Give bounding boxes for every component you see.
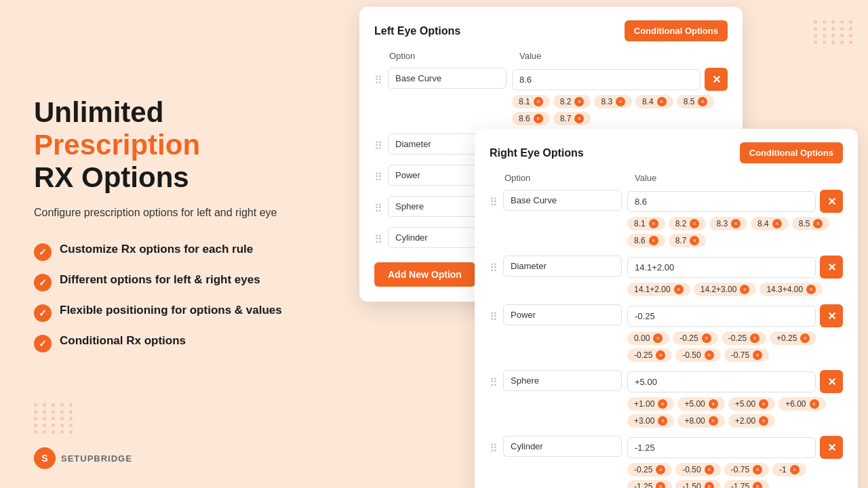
value-input[interactable] [512, 69, 701, 90]
tag-remove-icon[interactable]: × [702, 333, 711, 343]
list-item: -0.50× [675, 348, 720, 362]
value-input[interactable] [627, 437, 816, 458]
list-item: 8.7× [553, 112, 591, 125]
tag-remove-icon[interactable]: × [534, 97, 543, 106]
tag-remove-icon[interactable]: × [653, 333, 663, 343]
tag-remove-icon[interactable]: × [574, 114, 584, 123]
option-field-diameter[interactable] [503, 256, 622, 277]
table-row: ⠿ ✕ 8.1× 8.2× 8.3× 8.4× 8.5× 8.6× 8.7× [374, 68, 728, 125]
tags-row: 8.1× 8.2× 8.3× 8.4× 8.5× 8.6× 8.7× [627, 217, 843, 247]
tag-remove-icon[interactable]: × [690, 236, 699, 245]
tag-remove-icon[interactable]: × [690, 219, 699, 228]
tag-remove-icon[interactable]: × [759, 416, 768, 426]
tag-remove-icon[interactable]: × [649, 219, 658, 228]
remove-button[interactable]: ✕ [820, 370, 843, 393]
drag-handle-icon[interactable]: ⠿ [374, 233, 382, 246]
right-eye-card: Right Eye Options Conditional Options Op… [475, 129, 858, 488]
feature-item: ✓ Flexible positioning for options & val… [34, 304, 319, 322]
drag-handle-icon[interactable]: ⠿ [374, 74, 382, 87]
feature-item: ✓ Different options for left & right eye… [34, 273, 319, 291]
remove-button[interactable]: ✕ [820, 436, 843, 459]
tag-remove-icon[interactable]: × [656, 465, 665, 474]
tag-remove-icon[interactable]: × [656, 482, 665, 488]
value-input[interactable] [627, 306, 816, 327]
tag-remove-icon[interactable]: × [810, 399, 819, 409]
value-section: ✕ -0.25× -0.50× -0.75× -1× -1.25× -1.50×… [627, 436, 843, 488]
left-eye-conditional-btn[interactable]: Conditional Options [625, 20, 728, 41]
list-item: 8.6× [512, 112, 550, 125]
tag-remove-icon[interactable]: × [813, 219, 823, 228]
remove-button[interactable]: ✕ [705, 68, 728, 91]
brand: S SETUPBRIDGE [34, 447, 132, 469]
tag-remove-icon[interactable]: × [709, 399, 718, 409]
right-eye-card-header: Right Eye Options Conditional Options [490, 142, 843, 163]
tag-remove-icon[interactable]: × [616, 97, 625, 106]
table-row: ⠿ ✕ 8.1× 8.2× 8.3× 8.4× 8.5× 8.6× 8.7× [490, 190, 843, 247]
list-item: -0.25× [627, 348, 672, 362]
tag-remove-icon[interactable]: × [574, 97, 584, 106]
value-input[interactable] [627, 191, 816, 212]
remove-button[interactable]: ✕ [820, 190, 843, 213]
tag-remove-icon[interactable]: × [705, 350, 714, 360]
tag-remove-icon[interactable]: × [800, 333, 810, 343]
option-field-base-curve[interactable] [388, 68, 507, 89]
list-item: 8.3× [594, 95, 632, 108]
tag-remove-icon[interactable]: × [772, 219, 782, 228]
remove-button[interactable]: ✕ [820, 304, 843, 327]
drag-handle-icon[interactable]: ⠿ [374, 171, 382, 184]
brand-name: SETUPBRIDGE [61, 453, 132, 464]
left-eye-add-option-button[interactable]: Add New Option [374, 262, 475, 287]
tag-remove-icon[interactable]: × [759, 399, 768, 409]
tag-remove-icon[interactable]: × [731, 219, 741, 228]
tag-remove-icon[interactable]: × [790, 465, 800, 474]
tags-row: 8.1× 8.2× 8.3× 8.4× 8.5× 8.6× 8.7× [512, 95, 728, 125]
list-item: +5.00× [728, 397, 775, 411]
check-icon: ✓ [34, 274, 52, 291]
value-section: ✕ 0.00× -0.25× -0.25× +0.25× -0.25× -0.5… [627, 304, 843, 362]
tag-remove-icon[interactable]: × [657, 97, 667, 106]
tag-remove-icon[interactable]: × [750, 333, 760, 343]
right-eye-conditional-btn[interactable]: Conditional Options [740, 142, 843, 163]
tag-remove-icon[interactable]: × [705, 465, 714, 474]
tag-remove-icon[interactable]: × [753, 350, 762, 360]
option-field-sphere[interactable] [503, 370, 622, 391]
drag-handle-icon[interactable]: ⠿ [490, 196, 498, 209]
tag-remove-icon[interactable]: × [705, 482, 714, 488]
list-item: 8.2× [553, 95, 591, 108]
list-item: 8.1× [627, 217, 665, 230]
tag-remove-icon[interactable]: × [698, 97, 707, 106]
list-item: -0.25× [722, 331, 766, 345]
option-field-cylinder[interactable] [503, 436, 622, 457]
option-field-base-curve[interactable] [503, 190, 622, 211]
drag-handle-icon[interactable]: ⠿ [490, 376, 498, 389]
drag-handle-icon[interactable]: ⠿ [490, 310, 498, 323]
feature-item: ✓ Conditional Rx options [34, 334, 319, 352]
list-item: -0.25× [627, 463, 672, 476]
drag-handle-icon[interactable]: ⠿ [374, 202, 382, 215]
drag-handle-icon[interactable]: ⠿ [490, 442, 498, 455]
value-input[interactable] [627, 257, 816, 278]
tag-remove-icon[interactable]: × [658, 399, 667, 409]
remove-button[interactable]: ✕ [820, 256, 843, 279]
tag-remove-icon[interactable]: × [709, 416, 718, 426]
list-item: 14.1+2.00× [627, 283, 690, 296]
tags-row: -0.25× -0.50× -0.75× -1× -1.25× -1.50× -… [627, 463, 843, 488]
tag-remove-icon[interactable]: × [649, 236, 658, 245]
hero-title: Unlimited Prescription RX Options [34, 96, 319, 195]
drag-handle-icon[interactable]: ⠿ [490, 262, 498, 274]
tag-remove-icon[interactable]: × [656, 350, 665, 360]
tag-remove-icon[interactable]: × [806, 285, 816, 294]
list-item: -0.75× [724, 348, 769, 362]
check-icon: ✓ [34, 335, 52, 352]
tag-remove-icon[interactable]: × [658, 416, 667, 426]
tag-remove-icon[interactable]: × [674, 285, 684, 294]
tag-remove-icon[interactable]: × [753, 482, 762, 488]
option-field-power[interactable] [503, 304, 622, 325]
drag-handle-icon[interactable]: ⠿ [374, 140, 382, 152]
tag-remove-icon[interactable]: × [740, 285, 749, 294]
tag-remove-icon[interactable]: × [534, 114, 543, 123]
table-row: ⠿ ✕ 14.1+2.00× 14.2+3.00× 14.3+4.00× [490, 256, 843, 296]
value-input[interactable] [627, 371, 816, 392]
tag-remove-icon[interactable]: × [753, 465, 762, 474]
value-section: ✕ 8.1× 8.2× 8.3× 8.4× 8.5× 8.6× 8.7× [627, 190, 843, 247]
